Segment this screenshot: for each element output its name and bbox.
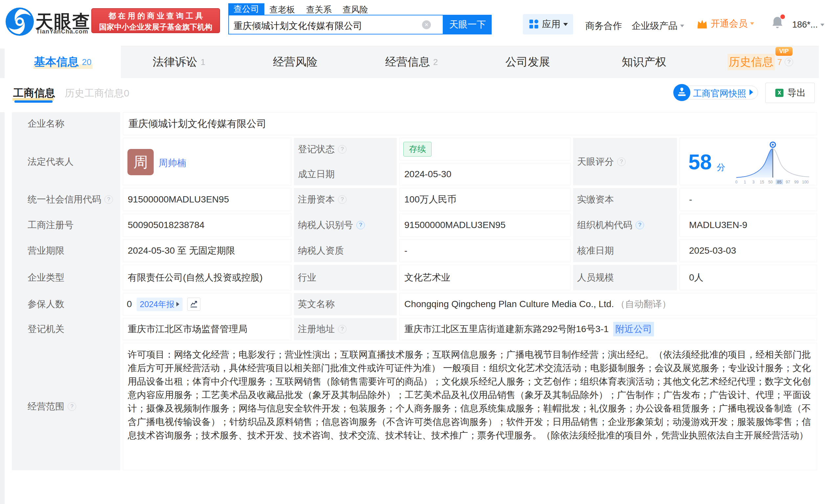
- insured-trend-button[interactable]: [187, 298, 200, 311]
- term-cell: 2024-05-30 至 无固定期限: [123, 239, 291, 262]
- regcapital-cell: 100万人民币: [399, 188, 571, 211]
- svg-text:100: 100: [802, 180, 809, 184]
- industry-label-block: 行业: [294, 265, 397, 290]
- field-insured-label: 参保人数: [28, 293, 64, 315]
- field-name-label: 企业名称: [28, 112, 64, 135]
- insured-cell: 0 2024年报: [123, 293, 291, 315]
- establish-cell: 2024-05-30: [399, 163, 571, 185]
- score-chart: 0 1 3 15 50 85 97 99 100: [734, 141, 813, 185]
- address-help-icon[interactable]: ?: [338, 325, 346, 333]
- scope-text: 许可项目：网络文化经营；电影发行；营业性演出；互联网直播技术服务；互联网信息服务…: [128, 348, 811, 442]
- avatar[interactable]: 周: [128, 149, 154, 175]
- regstatus-cell: 存续: [399, 138, 571, 160]
- field-scope-label: 经营范围?: [28, 343, 76, 470]
- score-cell[interactable]: 58 分 0 1 3 15 50 85 97 99 100: [680, 138, 817, 185]
- type-cell: 有限责任公司(自然人投资或控股): [123, 265, 291, 290]
- regcapital-label: 注册资本?: [298, 188, 346, 211]
- scope-help-icon[interactable]: ?: [68, 402, 76, 411]
- score-unit: 分: [717, 162, 725, 173]
- nearby-link[interactable]: 附近公司: [613, 322, 654, 336]
- score-value: 58: [688, 150, 712, 174]
- svg-text:85: 85: [777, 180, 782, 184]
- field-term-label: 营业期限: [28, 239, 64, 262]
- field-type-label: 企业类型: [28, 265, 64, 290]
- orgcode-label: 组织机构代码?: [577, 214, 644, 237]
- legal-rep-link[interactable]: 周帅楠: [159, 157, 186, 169]
- svg-text:3: 3: [752, 180, 755, 184]
- enname-label-block: 英文名称: [294, 293, 397, 315]
- regstatus-label-block: 登记状态? 成立日期: [294, 138, 397, 185]
- score-label-block: 天眼评分?: [573, 138, 677, 185]
- taxpayerid-label: 纳税人识别号?: [298, 214, 365, 237]
- regstatus-label: 登记状态?: [298, 138, 346, 160]
- taxpayerid-help-icon[interactable]: ?: [356, 221, 365, 229]
- orgcode-help-icon[interactable]: ?: [636, 221, 644, 229]
- paidcapital-label: 实缴资本: [577, 188, 614, 211]
- establish-label: 成立日期: [298, 163, 335, 185]
- field-regno-label: 工商注册号: [28, 214, 74, 237]
- svg-text:50: 50: [768, 180, 773, 184]
- company-info-table: 企业名称 法定代表人 统一社会信用代码? 工商注册号 营业期限 企业类型 参保人…: [0, 0, 827, 504]
- authority-cell: 重庆市江北区市场监督管理局: [123, 318, 291, 340]
- scope-cell: 许可项目：网络文化经营；电影发行；营业性演出；互联网直播技术服务；互联网信息服务…: [123, 343, 817, 470]
- approvedate-cell: 2025-03-03: [680, 239, 817, 262]
- address-label-block: 注册地址?: [294, 318, 397, 340]
- annual-report-arrow-icon: [176, 302, 179, 306]
- legal-rep-cell: 周 周帅楠: [123, 138, 291, 185]
- groupc-label3-block: 实缴资本 组织机构代码? 核准日期: [573, 188, 677, 262]
- taxpayerid-cell: 91500000MADLU3EN95: [399, 214, 571, 237]
- svg-text:1: 1: [744, 180, 746, 184]
- field-authority-label: 登记机关: [28, 318, 64, 340]
- trend-chart-icon: [190, 300, 198, 309]
- creditcode-cell: 91500000MADLU3EN95: [123, 188, 291, 211]
- regno-cell: 500905018238784: [123, 214, 291, 237]
- svg-text:15: 15: [760, 180, 764, 184]
- staff-cell: 0人: [680, 265, 817, 290]
- creditcode-help-icon[interactable]: ?: [104, 195, 113, 204]
- regcapital-help-icon[interactable]: ?: [338, 195, 346, 204]
- staff-label-block: 人员规模: [573, 265, 677, 290]
- field-legalrep-label: 法定代表人: [28, 138, 74, 185]
- company-name-cell: 重庆倾城计划文化传媒有限公司: [123, 112, 817, 135]
- annual-report-badge[interactable]: 2024年报: [137, 298, 183, 311]
- svg-text:97: 97: [786, 180, 790, 184]
- approvedate-label: 核准日期: [577, 239, 614, 262]
- address-cell: 重庆市江北区五里店街道建新东路292号附16号3-1 附近公司: [399, 318, 817, 340]
- groupc-label2-block: 注册资本? 纳税人识别号? 纳税人资质: [294, 188, 397, 262]
- field-creditcode-label: 统一社会信用代码?: [28, 188, 113, 211]
- enname-cell: Chongqing Qingcheng Plan Culture Media C…: [399, 293, 817, 315]
- svg-text:0: 0: [735, 180, 738, 184]
- taxquality-label: 纳税人资质: [298, 239, 344, 262]
- regstatus-help-icon[interactable]: ?: [338, 145, 346, 154]
- taxquality-cell: -: [399, 239, 571, 262]
- svg-text:99: 99: [794, 180, 799, 184]
- score-help-icon[interactable]: ?: [617, 158, 626, 166]
- status-badge: 存续: [403, 142, 432, 157]
- industry-cell: 文化艺术业: [399, 265, 571, 290]
- orgcode-cell: MADLU3EN-9: [680, 214, 817, 237]
- paidcapital-cell: -: [680, 188, 817, 211]
